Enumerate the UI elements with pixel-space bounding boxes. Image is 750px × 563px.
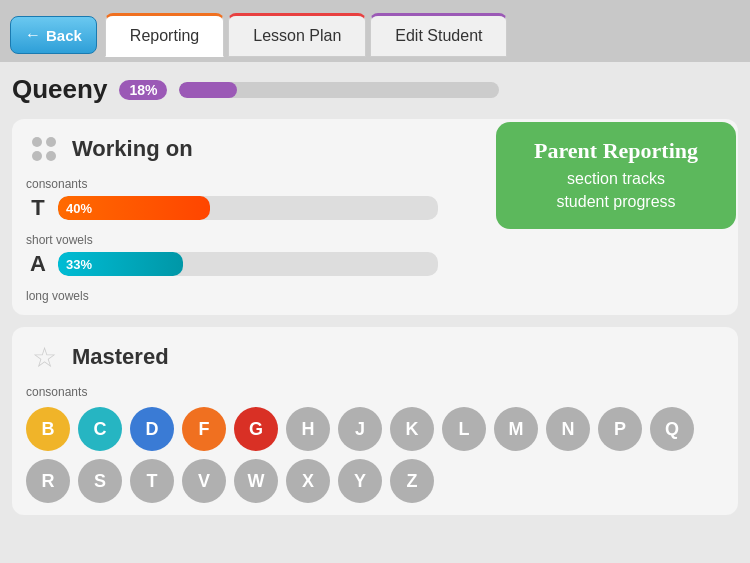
- letter-circle-Y[interactable]: Y: [338, 459, 382, 503]
- letter-A: A: [26, 251, 50, 277]
- dots-icon: [32, 137, 56, 161]
- letter-circle-Z[interactable]: Z: [390, 459, 434, 503]
- letter-circle-R[interactable]: R: [26, 459, 70, 503]
- letter-T: T: [26, 195, 50, 221]
- header: ← Back Reporting Lesson Plan Edit Studen…: [0, 0, 750, 62]
- tab-bar: Reporting Lesson Plan Edit Student: [105, 13, 740, 57]
- tooltip-bubble: Parent Reporting section tracksstudent p…: [496, 122, 736, 229]
- letter-circle-L[interactable]: L: [442, 407, 486, 451]
- dot1: [32, 137, 42, 147]
- tooltip-title: Parent Reporting: [516, 138, 716, 164]
- letter-circle-F[interactable]: F: [182, 407, 226, 451]
- star-icon-container: ☆: [26, 339, 62, 375]
- letter-circle-W[interactable]: W: [234, 459, 278, 503]
- letter-circle-J[interactable]: J: [338, 407, 382, 451]
- bar-container-A: 33%: [58, 252, 438, 276]
- letter-circle-K[interactable]: K: [390, 407, 434, 451]
- mastered-title: Mastered: [72, 344, 169, 370]
- progress-item-A: A 33%: [26, 251, 724, 277]
- letter-circle-B[interactable]: B: [26, 407, 70, 451]
- mastered-section: ☆ Mastered consonants B C D F G H J K L …: [12, 327, 738, 515]
- back-button[interactable]: ← Back: [10, 16, 97, 54]
- short-vowels-label: short vowels: [26, 233, 724, 247]
- letter-circle-N[interactable]: N: [546, 407, 590, 451]
- student-name: Queeny: [12, 74, 107, 105]
- letter-circle-G[interactable]: G: [234, 407, 278, 451]
- dot2: [46, 137, 56, 147]
- long-vowels-label: long vowels: [26, 289, 724, 303]
- letter-circle-V[interactable]: V: [182, 459, 226, 503]
- back-arrow-icon: ←: [25, 26, 41, 44]
- letter-circle-X[interactable]: X: [286, 459, 330, 503]
- progress-badge: 18%: [119, 80, 167, 100]
- working-on-icon: [26, 131, 62, 167]
- bar-fill-T: 40%: [58, 196, 210, 220]
- bar-fill-A: 33%: [58, 252, 183, 276]
- letter-circle-Q[interactable]: Q: [650, 407, 694, 451]
- tooltip-text: section tracksstudent progress: [516, 168, 716, 213]
- letter-circle-M[interactable]: M: [494, 407, 538, 451]
- back-label: Back: [46, 27, 82, 44]
- tab-edit-student[interactable]: Edit Student: [370, 13, 507, 57]
- letter-circle-S[interactable]: S: [78, 459, 122, 503]
- main-content: Queeny 18% Parent Reporting section trac…: [0, 62, 750, 563]
- overall-progress-bar: [179, 82, 499, 98]
- progress-pct-label: 18%: [129, 82, 157, 98]
- mastered-header: ☆ Mastered: [26, 339, 724, 375]
- letter-circle-C[interactable]: C: [78, 407, 122, 451]
- overall-progress-fill: [179, 82, 237, 98]
- letter-circle-P[interactable]: P: [598, 407, 642, 451]
- letter-circle-H[interactable]: H: [286, 407, 330, 451]
- working-on-title: Working on: [72, 136, 193, 162]
- tab-lesson-plan[interactable]: Lesson Plan: [228, 13, 366, 57]
- letter-circle-T2[interactable]: T: [130, 459, 174, 503]
- letter-circle-D[interactable]: D: [130, 407, 174, 451]
- dot3: [32, 151, 42, 161]
- bar-container-T: 40%: [58, 196, 438, 220]
- dot4: [46, 151, 56, 161]
- mastered-consonants-label: consonants: [26, 385, 724, 399]
- consonants-grid: B C D F G H J K L M N P Q R S T V W X Y …: [26, 407, 724, 503]
- tab-reporting[interactable]: Reporting: [105, 13, 224, 57]
- star-icon: ☆: [32, 341, 57, 374]
- student-row: Queeny 18%: [12, 72, 738, 107]
